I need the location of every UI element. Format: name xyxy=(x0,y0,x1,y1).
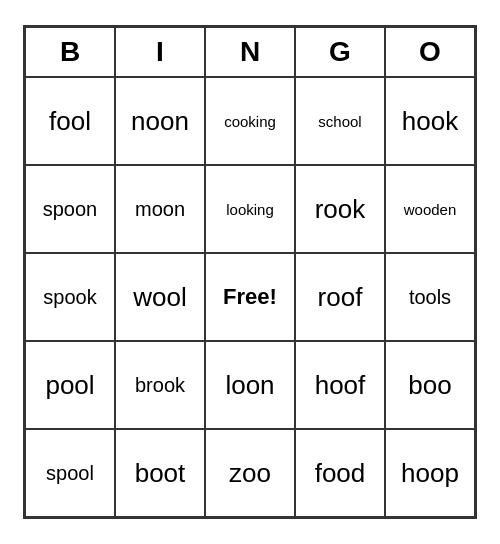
cell-r0-c3: school xyxy=(295,77,385,165)
cell-r4-c0: spool xyxy=(25,429,115,517)
cell-r1-c0: spoon xyxy=(25,165,115,253)
cell-r4-c2: zoo xyxy=(205,429,295,517)
cell-text-r2-c4: tools xyxy=(409,286,451,309)
cell-r3-c4: boo xyxy=(385,341,475,429)
cell-r1-c1: moon xyxy=(115,165,205,253)
cell-text-r1-c4: wooden xyxy=(404,201,457,218)
cell-text-r0-c1: noon xyxy=(131,106,189,137)
cell-r3-c1: brook xyxy=(115,341,205,429)
cell-text-r1-c1: moon xyxy=(135,198,185,221)
cell-r2-c0: spook xyxy=(25,253,115,341)
cell-text-r2-c3: roof xyxy=(318,282,363,313)
cell-r2-c2: Free! xyxy=(205,253,295,341)
bingo-header: BINGO xyxy=(25,27,475,77)
header-cell: N xyxy=(205,27,295,77)
cell-r2-c3: roof xyxy=(295,253,385,341)
cell-text-r3-c0: pool xyxy=(45,370,94,401)
header-cell: O xyxy=(385,27,475,77)
cell-text-r4-c2: zoo xyxy=(229,458,271,489)
cell-text-r4-c4: hoop xyxy=(401,458,459,489)
cell-r3-c2: loon xyxy=(205,341,295,429)
cell-text-r0-c2: cooking xyxy=(224,113,276,130)
cell-r4-c4: hoop xyxy=(385,429,475,517)
cell-text-r3-c4: boo xyxy=(408,370,451,401)
cell-text-r4-c1: boot xyxy=(135,458,186,489)
cell-text-r0-c0: fool xyxy=(49,106,91,137)
cell-r4-c1: boot xyxy=(115,429,205,517)
header-cell: I xyxy=(115,27,205,77)
cell-text-r2-c2: Free! xyxy=(223,284,277,310)
cell-text-r3-c3: hoof xyxy=(315,370,366,401)
bingo-body: foolnooncookingschoolhookspoonmoonlookin… xyxy=(25,77,475,517)
cell-text-r2-c0: spook xyxy=(43,286,96,309)
cell-r3-c0: pool xyxy=(25,341,115,429)
cell-r1-c4: wooden xyxy=(385,165,475,253)
cell-text-r3-c2: loon xyxy=(225,370,274,401)
bingo-card: BINGO foolnooncookingschoolhookspoonmoon… xyxy=(23,25,477,519)
cell-r0-c0: fool xyxy=(25,77,115,165)
cell-r3-c3: hoof xyxy=(295,341,385,429)
cell-r1-c3: rook xyxy=(295,165,385,253)
header-cell: B xyxy=(25,27,115,77)
cell-r1-c2: looking xyxy=(205,165,295,253)
cell-r0-c2: cooking xyxy=(205,77,295,165)
header-cell: G xyxy=(295,27,385,77)
cell-r0-c4: hook xyxy=(385,77,475,165)
cell-text-r0-c4: hook xyxy=(402,106,458,137)
cell-text-r4-c3: food xyxy=(315,458,366,489)
cell-r0-c1: noon xyxy=(115,77,205,165)
cell-r2-c4: tools xyxy=(385,253,475,341)
cell-text-r4-c0: spool xyxy=(46,462,94,485)
cell-text-r1-c2: looking xyxy=(226,201,274,218)
cell-text-r0-c3: school xyxy=(318,113,361,130)
cell-text-r1-c0: spoon xyxy=(43,198,98,221)
cell-text-r2-c1: wool xyxy=(133,282,186,313)
cell-text-r1-c3: rook xyxy=(315,194,366,225)
cell-r2-c1: wool xyxy=(115,253,205,341)
cell-text-r3-c1: brook xyxy=(135,374,185,397)
cell-r4-c3: food xyxy=(295,429,385,517)
